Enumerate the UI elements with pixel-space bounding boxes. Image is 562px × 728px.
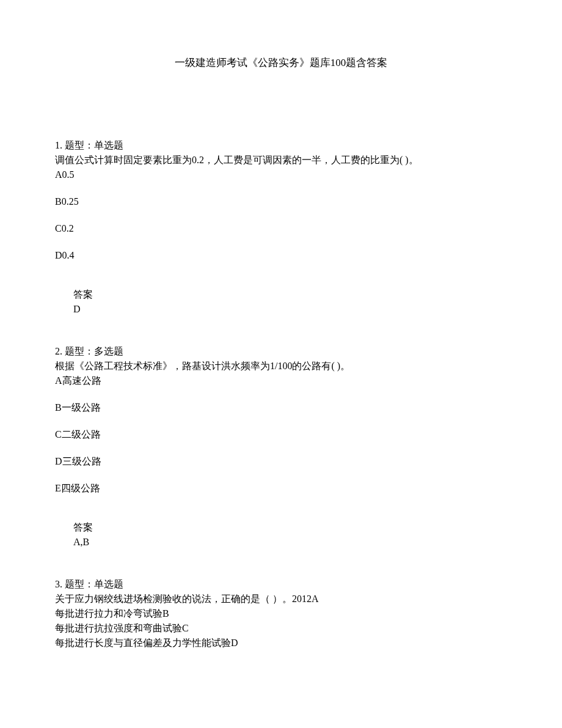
question-1-option-d: D0.4 [55, 248, 507, 263]
question-2: 2. 题型：多选题 根据《公路工程技术标准》，路基设计洪水频率为1/100的公路… [55, 344, 507, 550]
question-1-option-c: C0.2 [55, 221, 507, 236]
question-3-line-3: 每批进行抗拉强度和弯曲试验C [55, 621, 507, 636]
question-1-option-a: A0.5 [55, 167, 507, 182]
question-3: 3. 题型：单选题 关于应力钢绞线进场检测验收的说法，正确的是（ ）。2012A… [55, 577, 507, 650]
question-3-header: 3. 题型：单选题 [55, 577, 507, 592]
question-2-header: 2. 题型：多选题 [55, 344, 507, 359]
question-3-line-4: 每批进行长度与直径偏差及力学性能试验D [55, 636, 507, 650]
question-3-line-1: 关于应力钢绞线进场检测验收的说法，正确的是（ ）。2012A [55, 592, 507, 606]
question-2-option-c: C二级公路 [55, 427, 507, 442]
question-2-answer-value: A,B [73, 535, 507, 550]
question-1-answer-block: 答案 D [73, 287, 507, 317]
question-2-option-a: A高速公路 [55, 373, 507, 388]
document-title: 一级建造师考试《公路实务》题库100题含答案 [55, 55, 507, 71]
question-2-option-b: B一级公路 [55, 400, 507, 415]
question-2-answer-label: 答案 [73, 520, 507, 535]
question-1-option-b: B0.25 [55, 194, 507, 209]
question-2-option-d: D三级公路 [55, 454, 507, 469]
question-1-answer-value: D [73, 302, 507, 317]
question-2-text: 根据《公路工程技术标准》，路基设计洪水频率为1/100的公路有( )。 [55, 359, 507, 373]
question-1-header: 1. 题型：单选题 [55, 138, 507, 153]
question-3-line-2: 每批进行拉力和冷弯试验B [55, 606, 507, 621]
question-1-answer-label: 答案 [73, 287, 507, 302]
question-1-text: 调值公式计算时固定要素比重为0.2，人工费是可调因素的一半，人工费的比重为( )… [55, 153, 507, 167]
question-2-answer-block: 答案 A,B [73, 520, 507, 550]
question-2-option-e: E四级公路 [55, 481, 507, 496]
question-1: 1. 题型：单选题 调值公式计算时固定要素比重为0.2，人工费是可调因素的一半，… [55, 138, 507, 317]
